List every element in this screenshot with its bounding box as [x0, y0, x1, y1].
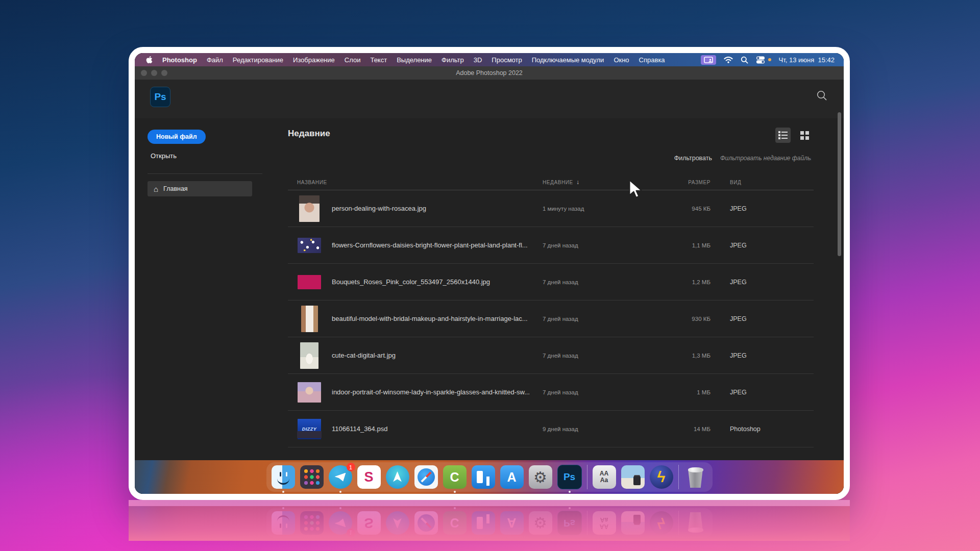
dock-item-s[interactable]: S [357, 511, 381, 535]
file-name: beautiful-model-with-bridal-makeup-and-h… [332, 315, 543, 322]
dock-item-photoshop[interactable]: Ps [557, 511, 582, 535]
dock-item-launchpad[interactable] [300, 511, 324, 535]
wifi-icon[interactable] [724, 56, 733, 63]
menu-item-6[interactable]: Выделение [397, 56, 432, 64]
menu-item-photoshop[interactable]: Photoshop [162, 56, 197, 64]
recent-title: Недавние [288, 129, 813, 139]
recent-file-row[interactable]: DIZZY 11066114_364.psd 9 дней назад 14 М… [288, 411, 814, 447]
file-modified-time: 7 дней назад [543, 279, 673, 285]
dock-item-navigator[interactable] [386, 465, 409, 489]
file-name: indoor-portrait-of-winsome-lady-in-spark… [332, 388, 543, 396]
recent-files-table: НАЗВАНИЕ НЕДАВНИЕ ↓ РАЗМЕР ВИД person-de… [288, 179, 814, 447]
menu-item-7[interactable]: Фильтр [442, 56, 464, 64]
recent-file-row[interactable]: flowers-Cornflowers-daisies-bright-flowe… [288, 227, 814, 264]
dock-item-zap[interactable]: ϟ [650, 511, 673, 535]
menu-item-9[interactable]: Просмотр [492, 56, 522, 64]
column-header-name[interactable]: НАЗВАНИЕ [288, 180, 543, 185]
filter-input[interactable] [719, 154, 812, 162]
search-icon[interactable] [741, 56, 748, 64]
dock-divider [678, 511, 679, 535]
grid-view-icon[interactable] [797, 128, 812, 143]
dock-item-files[interactable] [621, 511, 645, 535]
running-indicator [282, 491, 284, 493]
desktop-background: PhotoshopФайлРедактированиеИзображениеСл… [0, 0, 980, 551]
dock-item-settings[interactable]: ⚙ [529, 511, 552, 535]
menu-item-10[interactable]: Подключаемые модули [532, 56, 604, 64]
dock-item-safari[interactable] [414, 511, 438, 535]
dock-item-zap[interactable]: ϟ [650, 465, 673, 489]
dock-divider [678, 465, 679, 489]
thumbnail-image [298, 238, 321, 253]
dock-item-telegram[interactable]: 1 [329, 511, 352, 535]
file-modified-time: 7 дней назад [543, 316, 673, 322]
recent-file-row[interactable]: Bouquets_Roses_Pink_color_553497_2560x14… [288, 264, 814, 300]
column-header-size[interactable]: РАЗМЕР [673, 180, 710, 185]
dock-item-photoshop[interactable]: Ps [557, 465, 582, 489]
dock-item-screentool[interactable] [472, 465, 495, 489]
dock-item-s[interactable]: S [357, 465, 381, 489]
file-modified-time: 1 минуту назад [543, 206, 673, 212]
dock-item-camtasia[interactable]: C [443, 465, 467, 489]
window-title-bar[interactable]: Adobe Photoshop 2022 [135, 66, 844, 80]
menu-item-5[interactable]: Текст [370, 56, 387, 64]
new-file-button[interactable]: Новый файл [148, 130, 206, 144]
file-thumbnail [288, 304, 332, 334]
menu-item-4[interactable]: Слои [345, 56, 361, 64]
dock-item-files[interactable] [621, 465, 645, 489]
sidebar-item-home[interactable]: ⌂ Главная [148, 181, 252, 196]
file-name: flowers-Cornflowers-daisies-bright-flowe… [332, 241, 543, 249]
dock-item-finder[interactable] [272, 465, 295, 489]
column-header-recent[interactable]: НЕДАВНИЕ ↓ [543, 179, 673, 186]
menu-bar-left: PhotoshopФайлРедактированиеИзображениеСл… [135, 56, 665, 64]
dock-item-appstore[interactable]: A [500, 511, 524, 535]
dock-item-screentool[interactable] [472, 511, 495, 535]
menu-bar-clock[interactable]: Чт, 13 июня 15:42 [779, 56, 835, 64]
dock-item-navigator[interactable] [386, 511, 409, 535]
sort-descending-icon: ↓ [576, 179, 580, 186]
thumbnail-image [300, 342, 318, 369]
dock-item-trash[interactable] [684, 465, 707, 489]
view-toggles [775, 128, 812, 143]
recent-file-row[interactable]: cute-cat-digital-art.jpg 7 дней назад 1,… [288, 337, 814, 374]
recent-file-row[interactable]: indoor-portrait-of-winsome-lady-in-spark… [288, 374, 814, 411]
file-type: JPEG [710, 279, 814, 286]
thumbnail-image [298, 275, 321, 289]
dock-item-fontbook[interactable]: AA Aa [593, 465, 616, 489]
screen-mirroring-icon[interactable] [701, 55, 716, 65]
control-center-icon[interactable] [756, 56, 765, 64]
dock-item-camtasia[interactable]: C [443, 511, 467, 535]
dock-item-telegram[interactable]: 1 [329, 465, 352, 489]
column-header-type[interactable]: ВИД [710, 180, 814, 185]
dock-divider [587, 465, 587, 489]
running-indicator [339, 507, 341, 509]
menu-item-11[interactable]: Окно [614, 56, 629, 64]
thumbnail-image [298, 382, 321, 403]
vertical-scrollbar[interactable] [838, 112, 841, 256]
app-header: Ps [135, 80, 844, 118]
file-name: person-dealing-with-rosacea.jpg [332, 205, 543, 212]
menu-item-8[interactable]: 3D [474, 56, 482, 64]
dock-item-trash[interactable] [684, 511, 707, 535]
recent-file-row[interactable]: person-dealing-with-rosacea.jpg 1 минуту… [288, 190, 814, 227]
dock-item-fontbook[interactable]: AA Aa [593, 511, 616, 535]
apple-menu-icon[interactable] [146, 56, 153, 64]
dock-divider [587, 511, 587, 535]
dock-item-launchpad[interactable] [300, 465, 324, 489]
photoshop-logo: Ps [150, 87, 170, 107]
dock-item-settings[interactable]: ⚙ [529, 465, 552, 489]
filter-row: Фильтровать [674, 154, 812, 162]
menu-item-12[interactable]: Справка [639, 56, 665, 64]
dock-item-safari[interactable] [414, 465, 438, 489]
mouse-cursor [629, 180, 643, 202]
home-search-icon[interactable] [815, 89, 828, 102]
menu-item-1[interactable]: Файл [207, 56, 223, 64]
open-button[interactable]: Открыть [151, 152, 177, 160]
list-view-icon[interactable] [775, 128, 791, 143]
file-type: JPEG [710, 389, 814, 396]
recent-file-row[interactable]: beautiful-model-with-bridal-makeup-and-h… [288, 300, 814, 337]
menu-bar-status: Чт, 13 июня 15:42 [701, 55, 844, 65]
menu-item-3[interactable]: Изображение [293, 56, 335, 64]
dock-item-appstore[interactable]: A [500, 465, 524, 489]
dock-item-finder[interactable] [272, 511, 295, 535]
menu-item-2[interactable]: Редактирование [233, 56, 283, 64]
